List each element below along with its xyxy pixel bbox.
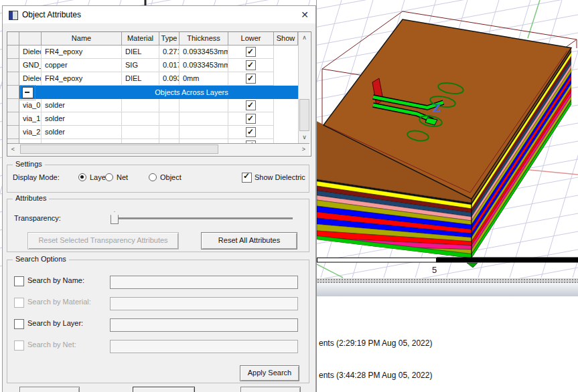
cell-name[interactable]: GND_5_L11 [19,59,42,72]
cell-lower[interactable] [179,112,228,126]
column-header-type[interactable]: Type [159,32,179,45]
column-header-name[interactable]: Name [42,32,122,45]
cell-thickness[interactable]: 0.2711453mm [159,45,179,59]
table-row-group[interactable]: Objects Across Layers [7,86,298,99]
table-header-row: NameMaterialTypeThicknessLowerShow [7,32,298,45]
cell-material[interactable]: copper [42,59,122,72]
horizontal-scrollbar-thumb[interactable] [20,144,218,154]
cell-name[interactable]: via_2 [19,126,42,139]
row-header[interactable] [7,59,19,72]
search-input-3 [110,340,298,353]
cell-thickness[interactable]: 0.0171453mm [159,59,179,72]
row-header[interactable] [7,86,19,99]
cell-material[interactable]: solder [42,126,122,139]
apply-search-button[interactable]: Apply Search [240,365,299,381]
cell-type[interactable] [122,126,159,139]
table-row[interactable]: via_1solder [7,112,298,126]
cell-material[interactable]: solder [42,112,122,126]
search-input-0[interactable] [110,276,298,289]
vertical-scrollbar[interactable]: ∧ ∨ [298,32,310,143]
show-checkbox[interactable] [246,74,256,84]
row-header[interactable] [7,72,19,86]
row-header[interactable] [7,126,19,139]
transparency-slider-thumb[interactable] [111,211,119,224]
show-checkbox[interactable] [246,127,256,137]
vertical-scrollbar-thumb[interactable] [299,99,309,131]
show-checkbox[interactable] [246,47,256,57]
cell-thickness[interactable] [159,99,179,112]
row-header[interactable] [7,45,19,59]
row-header[interactable] [7,99,19,112]
cell-thickness[interactable] [159,126,179,139]
cell-type[interactable]: DIEL [122,45,159,59]
scroll-right-icon[interactable]: > [298,144,309,155]
search-label-1: Search by Material: [27,298,91,306]
dialog-titlebar[interactable]: Object Attributes ✕ [3,6,315,23]
dialog-bottom-button-3[interactable] [240,387,301,392]
cell-lower[interactable] [179,126,228,139]
row-header[interactable] [7,112,19,126]
search-label-2: Search by Layer: [27,319,83,327]
cell-material[interactable]: FR4_epoxy [42,45,122,59]
screen: { "dialog": { "title": "Object Attribute… [0,0,578,392]
search-checkbox-2[interactable] [14,319,24,329]
column-header-lower[interactable]: Lower [228,32,274,45]
scale-bar-black [437,258,578,263]
search-checkbox-1 [14,298,24,308]
cell-lower[interactable]: 0.0933453mm [179,45,228,59]
cell-lower[interactable]: 0mm [179,72,228,86]
search-checkbox-0[interactable] [14,276,24,286]
scroll-down-icon[interactable]: ∨ [299,132,310,143]
close-icon[interactable]: ✕ [297,7,313,22]
display-mode-label: Display Mode: [13,173,60,181]
dialog-bottom-button-1[interactable] [19,387,80,392]
cell-name[interactable]: via_0 [19,99,42,112]
cell-thickness[interactable]: 0.0933453mm [159,72,179,86]
dialog-bottom-button-2[interactable] [133,387,195,392]
table-row[interactable]: via_2solder [7,126,298,139]
show-checkbox[interactable] [246,114,256,124]
cell-name[interactable]: Dielectric_11 [19,72,42,86]
display-mode-radio-object[interactable] [149,173,157,181]
cell-lower[interactable]: 0.0933453mm [179,59,228,72]
display-mode-radio-layer[interactable] [78,173,86,181]
column-header-blank[interactable] [7,32,19,45]
column-header-thickness[interactable]: Thickness [179,32,228,45]
y-axis-line-2 [317,264,343,278]
cell-thickness[interactable] [159,112,179,126]
table-row[interactable]: via_0solder [7,99,298,112]
scroll-up-icon[interactable]: ∧ [299,32,310,43]
transparency-slider-track[interactable] [115,217,293,219]
cell-type[interactable]: DIEL [122,72,159,86]
cell-material[interactable]: FR4_epoxy [42,72,122,86]
scroll-left-icon[interactable]: < [7,144,19,155]
cell-type[interactable] [122,112,159,126]
collapse-group-icon[interactable] [22,87,33,98]
window-splitter[interactable] [316,278,578,283]
scale-label: 5 [432,265,437,275]
display-mode-radio-net[interactable] [105,173,113,181]
search-input-2[interactable] [110,318,298,332]
table-row[interactable]: GND_5_L11copperSIG0.0171453mm0.0933453mm [7,59,298,72]
cell-material[interactable]: solder [42,99,122,112]
search-options-group: Search Options Search by Name:Search by … [7,260,309,383]
column-header-show[interactable]: Show [274,32,298,45]
horizontal-scrollbar[interactable]: < > [7,143,309,155]
search-label-0: Search by Name: [27,276,84,284]
column-header-blank[interactable] [19,32,42,45]
search-options-legend: Search Options [13,255,69,263]
show-dielectric-checkbox[interactable] [242,173,252,183]
cell-type[interactable] [122,99,159,112]
reset-all-attributes-button[interactable]: Reset All Attributes [201,232,297,250]
cell-lower[interactable] [179,99,228,112]
table-row[interactable]: Dielectric_11FR4_epoxyDIEL0.0933453mm0mm [7,72,298,86]
transparency-label: Transparency: [14,214,61,222]
table-row[interactable]: Dielectric_10FR4_epoxyDIEL0.2711453mm0.0… [7,45,298,59]
cell-type[interactable]: SIG [122,59,159,72]
show-checkbox[interactable] [246,100,256,110]
column-header-material[interactable]: Material [122,32,159,45]
reset-selected-transparency-button[interactable]: Reset Selected Transparency Attributes [27,232,179,250]
show-checkbox[interactable] [246,60,256,70]
cell-name[interactable]: Dielectric_10 [19,45,42,59]
cell-name[interactable]: via_1 [19,112,42,126]
